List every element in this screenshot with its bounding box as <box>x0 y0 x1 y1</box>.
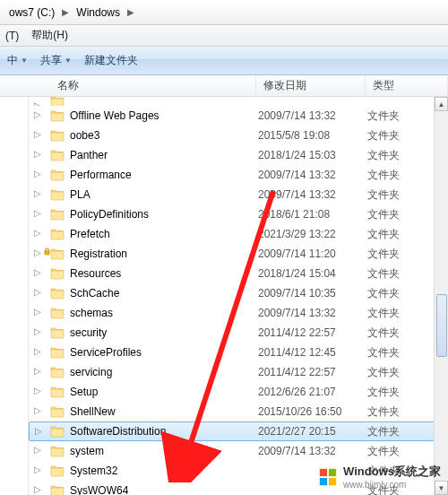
chevron-down-icon: ▼ <box>65 56 72 65</box>
svg-rect-3 <box>329 468 336 475</box>
folder-icon <box>50 128 65 143</box>
chevron-right-icon[interactable]: ▶ <box>60 7 71 17</box>
file-name: SchCache <box>70 287 258 300</box>
file-date: 2011/4/12 22:57 <box>258 326 367 339</box>
file-name: Registration <box>70 248 258 260</box>
expand-toggle-icon[interactable]: ▷ <box>34 308 43 317</box>
table-row[interactable]: ▷ ServiceProfiles2011/4/12 12:45文件夹 <box>29 343 448 362</box>
expand-toggle-icon[interactable]: ▷ <box>34 169 43 178</box>
table-row[interactable]: ▷ Performance2009/7/14 13:32文件夹 <box>29 165 448 185</box>
table-row[interactable]: ▷ Panther2018/1/24 15:03文件夹 <box>29 145 448 165</box>
file-name: Panther <box>70 149 258 161</box>
expand-toggle-icon[interactable]: ▷ <box>34 189 43 198</box>
file-name: SysWOW64 <box>70 484 258 495</box>
column-modified[interactable]: 修改日期 <box>256 75 366 96</box>
folder-icon <box>50 148 65 162</box>
vertical-scrollbar[interactable]: ▲ ▼ <box>434 97 448 495</box>
file-name: System32 <box>70 465 258 477</box>
file-date: 2012/6/26 21:07 <box>258 386 367 398</box>
file-name: Resources <box>70 267 258 280</box>
table-row[interactable]: ▷ servicing2011/4/12 22:57文件夹 <box>29 362 448 382</box>
table-row[interactable]: ▷ ShellNew2015/10/26 16:50文件夹 <box>29 402 448 421</box>
menu-tools[interactable]: (T) <box>5 30 19 42</box>
expand-toggle-icon[interactable]: ▷ <box>34 150 43 159</box>
folder-icon <box>50 306 65 320</box>
expand-toggle-icon[interactable]: ▷ <box>35 427 44 436</box>
file-name: PLA <box>70 188 258 201</box>
tree-pane <box>0 97 29 495</box>
chevron-right-icon[interactable]: ▶ <box>125 7 136 17</box>
table-row[interactable]: ▷ oobe32015/5/8 19:08文件夹 <box>29 126 448 145</box>
file-date: 2018/6/1 21:08 <box>258 208 367 221</box>
expand-toggle-icon[interactable]: ▷ <box>34 465 43 474</box>
expand-toggle-icon[interactable]: ▷ <box>34 406 43 415</box>
expand-toggle-icon[interactable]: ▷ <box>34 367 43 376</box>
menu-help[interactable]: 帮助(H) <box>31 28 68 43</box>
file-date: 2018/1/24 15:04 <box>258 267 367 280</box>
folder-icon <box>50 385 65 399</box>
file-date: 2015/5/8 19:08 <box>258 129 367 142</box>
expand-toggle-icon[interactable]: ▷ <box>34 248 43 257</box>
folder-icon <box>50 247 65 261</box>
expand-toggle-icon[interactable]: ▷ <box>34 347 43 356</box>
table-row[interactable]: ▷ SchCache2009/7/14 10:35文件夹 <box>29 283 448 303</box>
file-date: 2009/7/14 13:32 <box>258 169 367 181</box>
table-row[interactable]: ▷ PLA2009/7/14 13:32文件夹 <box>29 185 448 204</box>
column-name[interactable]: 名称 <box>0 75 256 96</box>
expand-toggle-icon[interactable]: ▷ <box>34 110 43 119</box>
scroll-thumb[interactable] <box>436 294 447 357</box>
file-date: 2021/2/27 20:15 <box>258 425 367 438</box>
expand-toggle-icon[interactable]: ▷ <box>34 268 43 277</box>
table-row[interactable]: ▷ SoftwareDistribution2021/2/27 20:15文件夹 <box>29 421 448 441</box>
expand-toggle-icon[interactable]: ▷ <box>34 386 43 395</box>
table-row[interactable]: ▷ Offline Web Pages2009/7/14 13:32文件夹 <box>29 106 448 126</box>
breadcrumb-item[interactable]: Windows <box>71 4 125 21</box>
svg-rect-5 <box>329 477 336 484</box>
folder-icon <box>50 286 65 300</box>
expand-toggle-icon[interactable]: ▷ <box>34 327 43 336</box>
share-button[interactable]: 共享 ▼ <box>40 53 72 68</box>
expand-toggle-icon[interactable]: ▷ <box>34 485 43 494</box>
table-row[interactable]: ▷ <box>29 97 448 106</box>
table-row[interactable]: ▷ PolicyDefinitions2018/6/1 21:08文件夹 <box>29 204 448 224</box>
watermark: Windows系统之家 www.bjjmlv.com <box>318 464 441 490</box>
file-name: oobe3 <box>70 129 258 142</box>
file-date: 2015/10/26 16:50 <box>258 405 367 418</box>
table-row[interactable]: ▷ Resources2018/1/24 15:04文件夹 <box>29 264 448 283</box>
folder-icon <box>50 207 65 221</box>
table-row[interactable]: ▷ Setup2012/6/26 21:07文件夹 <box>29 382 448 402</box>
new-folder-button[interactable]: 新建文件夹 <box>84 53 138 68</box>
file-name: SoftwareDistribution <box>70 425 258 438</box>
windows-logo-icon <box>318 467 338 487</box>
scroll-up-button[interactable]: ▲ <box>435 97 448 111</box>
table-row[interactable]: ▷ Prefetch2021/3/29 13:22文件夹 <box>29 224 448 244</box>
breadcrumb-item[interactable]: ows7 (C:) <box>4 4 60 21</box>
folder-icon <box>50 97 65 106</box>
folder-icon <box>50 345 65 360</box>
table-row[interactable]: ▷ system2009/7/14 13:32文件夹 <box>29 441 448 461</box>
file-date: 2011/4/12 12:45 <box>258 346 367 359</box>
file-name: ShellNew <box>70 405 258 418</box>
table-row[interactable]: ▷ Registration2009/7/14 11:20文件夹 <box>29 244 448 264</box>
file-date: 2009/7/14 10:35 <box>258 287 367 300</box>
table-row[interactable]: ▷ security2011/4/12 22:57文件夹 <box>29 323 448 343</box>
file-date: 2021/3/29 13:22 <box>258 228 367 240</box>
column-type[interactable]: 类型 <box>366 75 448 96</box>
file-date: 2009/7/14 11:20 <box>258 248 367 260</box>
expand-toggle-icon[interactable]: ▷ <box>34 288 43 297</box>
expand-toggle-icon[interactable]: ▷ <box>34 229 43 238</box>
folder-icon <box>50 444 65 458</box>
folder-icon <box>50 187 65 202</box>
column-header: 名称 修改日期 类型 <box>0 75 448 97</box>
file-date: 2009/7/14 13:32 <box>258 307 367 319</box>
breadcrumb: ows7 (C:) ▶ Windows ▶ <box>0 0 448 25</box>
expand-toggle-icon[interactable]: ▷ <box>34 130 43 139</box>
file-name: Offline Web Pages <box>70 109 258 122</box>
folder-icon <box>50 168 65 182</box>
include-button[interactable]: 中 ▼ <box>7 53 28 68</box>
table-row[interactable]: ▷ schemas2009/7/14 13:32文件夹 <box>29 303 448 323</box>
expand-toggle-icon[interactable]: ▷ <box>34 209 43 218</box>
expand-toggle-icon[interactable]: ▷ <box>34 446 43 455</box>
file-name: system <box>70 445 258 457</box>
svg-rect-4 <box>320 477 327 484</box>
